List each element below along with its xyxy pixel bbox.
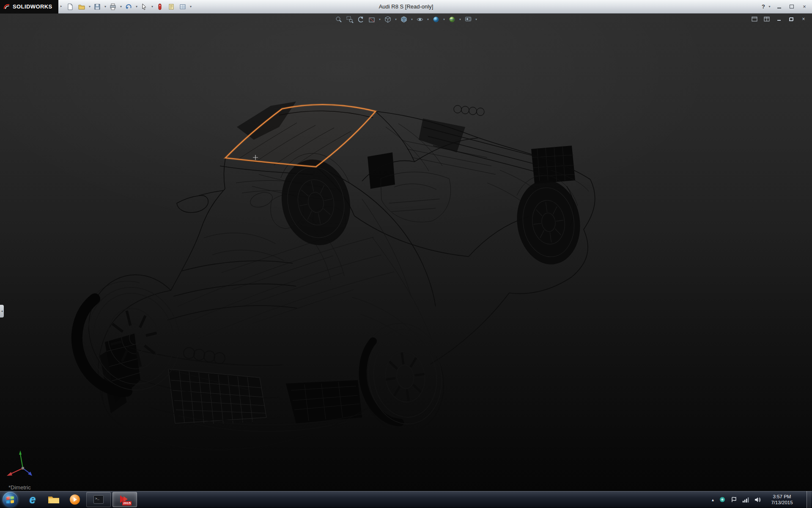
help-icon[interactable]: ? bbox=[762, 3, 765, 10]
app-close-button[interactable]: × bbox=[799, 3, 809, 11]
graphics-viewport: ▾ ▾ ▾ ▾ ▾ ▾ ▾ bbox=[0, 14, 812, 491]
hidden-icons-chevron[interactable]: ▴ bbox=[712, 497, 714, 502]
volume-icon[interactable] bbox=[754, 497, 761, 502]
windows-taskbar: e >_ 2015 ▴ bbox=[0, 491, 812, 508]
clock-date: 7/13/2015 bbox=[766, 500, 798, 505]
command-prompt-button[interactable]: >_ bbox=[86, 492, 111, 507]
save-dropdown-arrow[interactable]: ▾ bbox=[103, 5, 107, 8]
action-center-icon[interactable] bbox=[731, 497, 737, 502]
system-tray: ▴ 3:57 PM 7/13/2015 bbox=[712, 491, 812, 508]
solidworks-logo: SOLIDWORKS bbox=[0, 0, 58, 14]
undo-icon[interactable] bbox=[123, 1, 134, 12]
section-dropdown-arrow[interactable]: ▾ bbox=[378, 18, 381, 21]
undo-dropdown-arrow[interactable]: ▾ bbox=[134, 5, 138, 8]
featuremanager-splitter-handle[interactable]: ◂ bbox=[0, 305, 4, 318]
selected-surface bbox=[225, 105, 376, 167]
toolbar-more-arrow[interactable]: ▾ bbox=[189, 5, 192, 8]
rear-left-wheel bbox=[274, 153, 358, 252]
clock-time: 3:57 PM bbox=[766, 494, 798, 500]
hide-show-dropdown-arrow[interactable]: ▾ bbox=[426, 18, 430, 21]
doc-restore-button[interactable] bbox=[787, 15, 796, 23]
note-icon[interactable] bbox=[166, 1, 177, 12]
rear-right-wheel bbox=[512, 176, 585, 269]
section-view-icon[interactable] bbox=[367, 15, 376, 24]
doc-close-button[interactable]: × bbox=[799, 15, 808, 23]
document-title: Audi R8 S [Read-only] bbox=[379, 3, 433, 10]
select-cursor-icon[interactable] bbox=[139, 1, 150, 12]
split-window-icon[interactable] bbox=[763, 15, 771, 23]
select-dropdown-arrow[interactable]: ▾ bbox=[150, 5, 154, 8]
appearance-dropdown-arrow[interactable]: ▾ bbox=[442, 18, 446, 21]
print-dropdown-arrow[interactable]: ▾ bbox=[119, 5, 123, 8]
hide-show-items-icon[interactable] bbox=[415, 15, 425, 24]
solidworks-version-badge: 2015 bbox=[122, 501, 132, 505]
apply-scene-icon[interactable] bbox=[447, 15, 457, 24]
app-restore-button[interactable] bbox=[787, 3, 797, 11]
view-orientation-icon[interactable] bbox=[383, 15, 392, 24]
graphics-area-model[interactable] bbox=[0, 14, 812, 491]
titlebar: SOLIDWORKS ‣ ▾ ▾ ▾ ▾ bbox=[0, 0, 812, 14]
display-style-icon[interactable] bbox=[399, 15, 409, 24]
display-style-dropdown-arrow[interactable]: ▾ bbox=[410, 18, 414, 21]
view-orientation-label: *Dimetric bbox=[8, 484, 31, 491]
file-explorer-icon[interactable] bbox=[43, 491, 64, 508]
reference-triad bbox=[5, 450, 38, 478]
edit-appearance-icon[interactable] bbox=[431, 15, 441, 24]
show-desktop-button[interactable] bbox=[807, 491, 811, 508]
main-toolbar: ▾ ▾ ▾ ▾ ▾ bbox=[65, 1, 192, 12]
app-minimize-button[interactable] bbox=[774, 3, 784, 11]
zoom-area-icon[interactable] bbox=[345, 15, 354, 24]
rebuild-icon[interactable] bbox=[154, 1, 165, 12]
new-window-icon[interactable] bbox=[750, 15, 759, 23]
print-icon[interactable] bbox=[107, 1, 118, 12]
solidworks-app-icon: 2015 bbox=[119, 494, 131, 505]
open-icon[interactable] bbox=[76, 1, 87, 12]
new-document-icon[interactable] bbox=[65, 1, 76, 12]
solidworks-logo-icon bbox=[3, 3, 10, 10]
heads-up-view-toolbar: ▾ ▾ ▾ ▾ ▾ ▾ ▾ bbox=[334, 15, 478, 24]
network-icon[interactable] bbox=[742, 497, 749, 502]
save-icon[interactable] bbox=[92, 1, 103, 12]
brand-text: SOLIDWORKS bbox=[13, 3, 52, 10]
document-window-controls: × bbox=[750, 15, 808, 23]
sheet-format-icon[interactable] bbox=[177, 1, 188, 12]
doc-minimize-button[interactable] bbox=[775, 15, 783, 23]
view-settings-icon[interactable] bbox=[464, 15, 473, 24]
view-settings-dropdown-arrow[interactable]: ▾ bbox=[475, 18, 478, 21]
windows-flag-icon bbox=[6, 496, 14, 503]
view-orientation-dropdown-arrow[interactable]: ▾ bbox=[394, 18, 398, 21]
front-right-wheel bbox=[362, 325, 448, 429]
help-dropdown-arrow[interactable]: ▾ bbox=[768, 5, 771, 8]
tray-app-icon[interactable] bbox=[719, 497, 725, 502]
internet-explorer-icon[interactable]: e bbox=[22, 491, 43, 508]
logo-flyout-arrow[interactable]: ‣ bbox=[60, 4, 63, 9]
previous-view-icon[interactable] bbox=[356, 15, 365, 24]
media-player-icon[interactable] bbox=[64, 491, 85, 508]
scene-dropdown-arrow[interactable]: ▾ bbox=[458, 18, 462, 21]
taskbar-clock[interactable]: 3:57 PM 7/13/2015 bbox=[766, 494, 798, 505]
titlebar-right: ? ▾ × bbox=[762, 3, 812, 11]
open-dropdown-arrow[interactable]: ▾ bbox=[88, 5, 91, 8]
command-prompt-icon: >_ bbox=[93, 495, 104, 504]
solidworks-taskbar-button[interactable]: 2015 bbox=[112, 492, 137, 507]
solidworks-window: SOLIDWORKS ‣ ▾ ▾ ▾ ▾ bbox=[0, 0, 812, 508]
start-button[interactable] bbox=[3, 492, 18, 507]
zoom-fit-icon[interactable] bbox=[334, 15, 343, 24]
